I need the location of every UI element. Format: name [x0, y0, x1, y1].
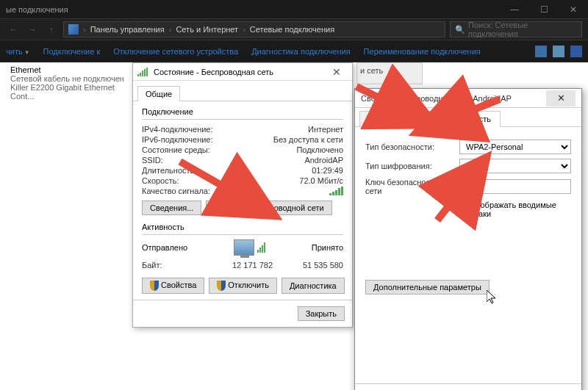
diagnose-button[interactable]: Диагностика: [282, 278, 345, 294]
details-button[interactable]: Сведения...: [142, 201, 201, 215]
security-key-input[interactable]: [459, 179, 571, 194]
media-label: Состояние среды:: [142, 145, 210, 154]
minimize-button[interactable]: —: [500, 0, 529, 18]
ipv4-value: Интернет: [308, 125, 343, 134]
encryption-label: Тип шифрования:: [365, 162, 453, 170]
properties-button[interactable]: Свойства: [142, 278, 204, 294]
search-placeholder: Поиск: Сетевые подключения: [468, 21, 577, 38]
breadcrumb[interactable]: › Панель управления › Сеть и Интернет › …: [63, 21, 445, 37]
duration-label: Длительность:: [142, 166, 196, 175]
shield-icon: [150, 281, 159, 291]
close-button[interactable]: ✕: [559, 0, 588, 18]
ipv4-label: IPv4-подключение:: [142, 125, 213, 134]
wireless-properties-dialog: Свойства беспроводной сети AndroidAP ✕ П…: [354, 88, 582, 390]
maximize-button[interactable]: ☐: [529, 0, 559, 18]
breadcrumb-p1[interactable]: Панель управления: [90, 25, 165, 34]
tab-connection[interactable]: Подключение: [359, 111, 430, 127]
signal-quality-bars: [329, 187, 343, 195]
ssid-value: AndroidAP: [304, 156, 343, 165]
wireless-properties-button[interactable]: Свойства беспроводной сети: [206, 201, 331, 215]
status-dialog-titlebar[interactable]: Состояние - Беспроводная сеть ✕: [133, 63, 352, 81]
toolbar-item-1[interactable]: чить▼: [6, 47, 30, 56]
signal-icon-small: [257, 242, 265, 253]
content-area: Ethernet Сетевой кабель не подключен Kil…: [0, 62, 588, 390]
mouse-cursor-icon: [487, 290, 498, 308]
toolbar-item-3[interactable]: Отключение сетевого устройства: [113, 47, 238, 56]
signal-icon: [137, 68, 149, 76]
breadcrumb-p2[interactable]: Сеть и Интернет: [176, 25, 238, 34]
ethernet-title: Ethernet: [10, 65, 129, 74]
group-activity: Активность: [142, 223, 343, 231]
advanced-button[interactable]: Дополнительные параметры: [365, 280, 490, 295]
layout-icon[interactable]: [553, 46, 564, 57]
props-tabstrip: Подключение Безопасность: [355, 108, 581, 127]
status-dialog-close[interactable]: ✕: [326, 66, 348, 78]
toolbar-item-5[interactable]: Переименование подключения: [364, 47, 481, 56]
toolbar: чить▼ Подключение к Отключение сетевого …: [0, 40, 588, 62]
tab-general[interactable]: Общие: [137, 86, 180, 101]
activity-icon: [234, 239, 265, 256]
show-chars-label: Отображать вводимые знаки: [470, 201, 571, 218]
window-title: ые подключения: [6, 5, 68, 14]
props-dialog-close[interactable]: ✕: [546, 90, 576, 106]
disable-button[interactable]: Отключить: [209, 278, 277, 294]
bytes-recv: 51 535 580: [303, 261, 343, 270]
forward-button[interactable]: →: [25, 22, 40, 37]
ssid-label: SSID:: [142, 156, 163, 165]
duration-value: 01:29:49: [312, 166, 343, 175]
security-type-select[interactable]: WPA2-Personal: [459, 140, 571, 154]
quality-label: Качество сигнала:: [142, 187, 210, 195]
props-dialog-titlebar[interactable]: Свойства беспроводной сети AndroidAP ✕: [355, 89, 581, 108]
breadcrumb-p3[interactable]: Сетевые подключения: [250, 25, 334, 34]
ethernet-status: Сетевой кабель не подключен: [10, 74, 129, 83]
tab-security[interactable]: Безопасность: [430, 111, 501, 127]
sent-label: Отправлено: [142, 243, 187, 252]
close-button[interactable]: Закрыть: [298, 306, 345, 321]
security-type-label: Тип безопасности:: [365, 142, 453, 151]
speed-value: 72.0 Мбит/с: [299, 176, 343, 185]
search-input[interactable]: 🔍 Поиск: Сетевые подключения: [450, 21, 582, 37]
ethernet-adapter-item[interactable]: Ethernet Сетевой кабель не подключен Kil…: [7, 62, 132, 104]
status-dialog-title: Состояние - Беспроводная сеть: [154, 68, 273, 76]
background-adapter-item: и сеть: [356, 62, 423, 84]
speed-label: Скорость:: [142, 176, 179, 185]
group-connection: Подключение: [142, 107, 343, 116]
ipv6-label: IPv6-подключение:: [142, 135, 213, 144]
key-label: Ключ безопасности сети: [365, 178, 453, 195]
control-panel-icon: [68, 24, 79, 35]
encryption-select[interactable]: AES: [459, 159, 571, 173]
status-tabstrip: Общие: [133, 84, 352, 101]
shield-icon: [217, 281, 226, 291]
media-value: Подключено: [296, 145, 343, 154]
up-button[interactable]: ↑: [44, 22, 59, 37]
show-chars-checkbox[interactable]: [458, 205, 467, 214]
recv-label: Принято: [312, 243, 343, 252]
ethernet-adapter: Killer E2200 Gigabit Ethernet Cont...: [10, 83, 129, 101]
props-dialog-title: Свойства беспроводной сети AndroidAP: [361, 94, 512, 103]
view-icon[interactable]: [535, 46, 547, 57]
window-titlebar: ые подключения — ☐ ✕: [0, 0, 588, 18]
toolbar-item-2[interactable]: Подключение к: [43, 47, 101, 56]
back-button[interactable]: ←: [6, 22, 21, 37]
toolbar-item-4[interactable]: Диагностика подключения: [251, 47, 350, 56]
svg-marker-1: [487, 290, 495, 303]
help-icon[interactable]: [570, 46, 582, 57]
ipv6-value: Без доступа к сети: [273, 135, 343, 144]
bytes-sent: 12 171 782: [232, 261, 273, 270]
wireless-status-dialog: Состояние - Беспроводная сеть ✕ Общие По…: [132, 62, 353, 328]
monitor-icon: [234, 239, 254, 256]
bytes-label: Байт:: [142, 261, 162, 270]
address-bar: ← → ↑ › Панель управления › Сеть и Интер…: [0, 18, 588, 40]
